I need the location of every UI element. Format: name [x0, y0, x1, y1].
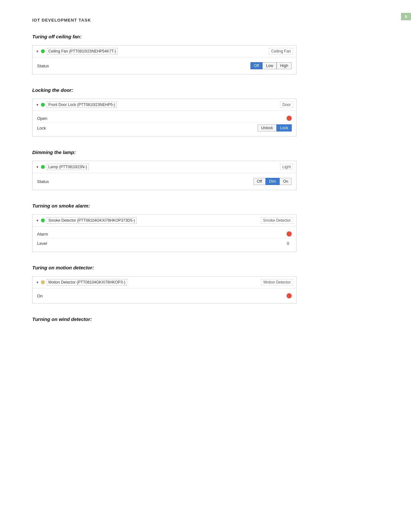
status-indicator-red [287, 231, 292, 237]
device-box-door-lock: ▼Front Door Lock (PTT0810I23NEHP5-)DoorO… [32, 99, 297, 137]
button-group: OffDimOn [253, 178, 292, 185]
section-heading-ceiling-fan: Turing off ceiling fan: [32, 34, 379, 39]
page-title: IOT DEVELOPMENT TASK [32, 18, 379, 23]
device-header-motion-detector: ▼Motion Detector (PTT08104GKXI78HKOP3-)M… [33, 276, 296, 288]
device-header-door-lock: ▼Front Door Lock (PTT0810I23NEHP5-)Door [33, 99, 296, 111]
section-door-lock: Locking the door:▼Front Door Lock (PTT08… [32, 87, 379, 137]
btn-on[interactable]: On [279, 178, 292, 185]
device-box-smoke-alarm: ▼Smoke Detector (PTT08104GKXI78HKOP373D5… [32, 214, 297, 252]
device-header-smoke-alarm: ▼Smoke Detector (PTT08104GKXI78HKOP373D5… [33, 215, 296, 227]
expand-arrow-icon[interactable]: ▼ [36, 281, 39, 284]
row-label: Level [37, 241, 63, 246]
row-label: On [37, 294, 63, 298]
status-dot [41, 165, 45, 169]
section-motion-detector: Turing on motion detector:▼Motion Detect… [32, 265, 379, 304]
device-box-motion-detector: ▼Motion Detector (PTT08104GKXI78HKOP3-)M… [32, 276, 297, 304]
row-label: Alarm [37, 232, 63, 237]
device-header-ceiling-fan: ▼Ceiling Fan (PTT0810I23NEHP54K7T-)Ceili… [33, 45, 296, 57]
device-name-label: Motion Detector (PTT08104GKXI78HKOP3-) [47, 279, 127, 285]
device-type-label: Light [280, 164, 293, 170]
section-ceiling-fan: Turing off ceiling fan:▼Ceiling Fan (PTT… [32, 34, 379, 74]
device-type-label: Door [280, 102, 293, 108]
section-heading-motion-detector: Turing on motion detector: [32, 265, 379, 270]
device-body-ceiling-fan: StatusOffLowHigh [33, 57, 296, 74]
device-body-motion-detector: On [33, 288, 296, 303]
device-body-smoke-alarm: AlarmLevel0 [33, 227, 296, 252]
expand-arrow-icon[interactable]: ▼ [36, 103, 39, 107]
btn-high[interactable]: High [277, 62, 292, 69]
section-wind-detector: Turning on wind detector: [32, 316, 379, 322]
device-row: StatusOffLowHigh [37, 61, 292, 71]
page-number: 9 [405, 14, 407, 19]
expand-arrow-icon[interactable]: ▼ [36, 50, 39, 53]
section-heading-lamp: Dimming the lamp: [32, 150, 379, 155]
device-name-label: Ceiling Fan (PTT0810I23NEHP54K7T-) [47, 48, 118, 54]
row-value: 0 [284, 240, 292, 247]
device-row: On [37, 292, 292, 300]
section-heading-wind-detector: Turning on wind detector: [32, 316, 379, 322]
status-indicator-red [287, 293, 292, 298]
status-dot [41, 218, 45, 222]
device-name-label: Smoke Detector (PTT08104GKXI78HKOP373D5-… [47, 217, 137, 224]
device-body-door-lock: OpenLockUnlockLock [33, 111, 296, 136]
row-label: Status [37, 179, 63, 184]
device-row: Level0 [37, 238, 292, 248]
device-name-label: Front Door Lock (PTT0810I23NEHP5-) [47, 102, 117, 108]
device-name-label: Lamp (PTT0810I23N-) [47, 164, 89, 170]
status-dot [41, 49, 45, 53]
button-group: OffLowHigh [250, 62, 292, 69]
row-label: Lock [37, 126, 63, 131]
button-group: UnlockLock [258, 124, 292, 131]
btn-low[interactable]: Low [262, 62, 277, 69]
row-label: Open [37, 116, 63, 121]
expand-arrow-icon[interactable]: ▼ [36, 165, 39, 169]
section-lamp: Dimming the lamp:▼Lamp (PTT0810I23N-)Lig… [32, 150, 379, 190]
device-row: StatusOffDimOn [37, 176, 292, 187]
device-row: LockUnlockLock [37, 123, 292, 133]
device-type-label: Motion Detector [261, 279, 293, 285]
device-row: Open [37, 114, 292, 123]
section-smoke-alarm: Turning on smoke alarm:▼Smoke Detector (… [32, 203, 379, 252]
section-heading-door-lock: Locking the door: [32, 87, 379, 93]
device-box-ceiling-fan: ▼Ceiling Fan (PTT0810I23NEHP54K7T-)Ceili… [32, 45, 297, 74]
device-body-lamp: StatusOffDimOn [33, 173, 296, 190]
status-dot [41, 103, 45, 107]
row-label: Status [37, 63, 63, 68]
device-header-lamp: ▼Lamp (PTT0810I23N-)Light [33, 161, 296, 173]
btn-unlock[interactable]: Unlock [258, 124, 277, 131]
btn-off[interactable]: Off [250, 62, 263, 69]
page-number-badge: 9 [401, 13, 411, 20]
device-row: Alarm [37, 230, 292, 238]
btn-lock[interactable]: Lock [277, 124, 292, 131]
device-box-lamp: ▼Lamp (PTT0810I23N-)LightStatusOffDimOn [32, 161, 297, 190]
device-type-label: Ceiling Fan [269, 48, 293, 54]
device-type-label: Smoke Detector [261, 217, 293, 224]
section-heading-smoke-alarm: Turning on smoke alarm: [32, 203, 379, 208]
btn-off[interactable]: Off [253, 178, 266, 185]
btn-dim[interactable]: Dim [266, 178, 279, 185]
status-indicator-red [287, 116, 292, 121]
status-dot [41, 280, 45, 284]
expand-arrow-icon[interactable]: ▼ [36, 219, 39, 222]
